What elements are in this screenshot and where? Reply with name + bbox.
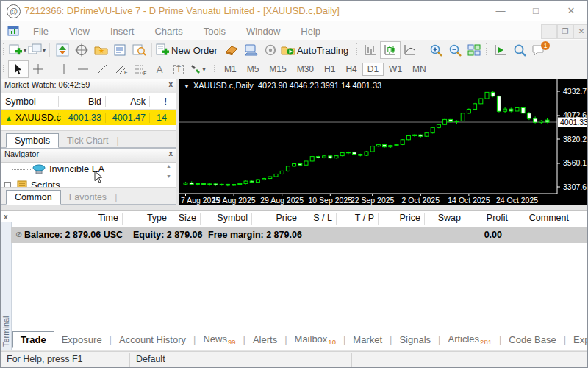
data-window-button[interactable]: [72, 42, 91, 58]
market-watch-toggle-button[interactable]: [53, 42, 72, 58]
close-button[interactable]: ✕: [559, 2, 583, 20]
toolbar-grip[interactable]: [2, 43, 6, 57]
terminal-column-size[interactable]: Size: [174, 213, 201, 225]
toolbar-grip[interactable]: [2, 63, 6, 76]
zoom-in-icon[interactable]: [426, 42, 445, 58]
maximize-button[interactable]: □: [524, 2, 548, 20]
market-watch-tab-symbols[interactable]: Symbols: [6, 133, 59, 148]
toolbar-grip[interactable]: [213, 63, 217, 76]
menu-item-charts[interactable]: Charts: [144, 26, 193, 37]
terminal-column-symbol[interactable]: Symbol: [204, 213, 252, 225]
text-label-tool-icon[interactable]: T: [169, 61, 188, 77]
toolbar-grip[interactable]: [485, 43, 489, 57]
timeframe-button-m1[interactable]: M1: [219, 63, 242, 76]
menu-item-view[interactable]: View: [59, 26, 100, 37]
terminal-tab-articles[interactable]: Articles281: [440, 331, 498, 349]
scroll-down-icon[interactable]: ▼: [166, 174, 171, 180]
terminal-tab-experts[interactable]: Experts: [566, 332, 588, 347]
horizontal-line-tool-icon[interactable]: [74, 61, 93, 77]
terminal-tab-signals[interactable]: Signals: [392, 332, 438, 347]
terminal-column-sl[interactable]: S / L: [304, 213, 337, 225]
search-icon[interactable]: [510, 42, 529, 58]
timeframe-button-m5[interactable]: M5: [242, 63, 265, 76]
fibonacci-tool-icon[interactable]: F: [131, 61, 150, 77]
navigator-close-icon[interactable]: x: [168, 149, 173, 158]
market-watch-column-![interactable]: !: [150, 96, 171, 107]
navigator-title-bar[interactable]: Navigator x: [1, 149, 176, 163]
timeframe-button-d1[interactable]: D1: [362, 63, 384, 76]
arrows-tool-icon[interactable]: ▾: [188, 61, 207, 77]
equidistant-channel-tool-icon[interactable]: E: [112, 61, 131, 77]
terminal-column-swap[interactable]: Swap: [428, 213, 465, 225]
trade-history-icon[interactable]: [223, 42, 242, 58]
scroll-up-icon[interactable]: ▲: [166, 163, 171, 169]
timeframe-button-w1[interactable]: W1: [384, 63, 407, 76]
terminal-column-type[interactable]: Type: [126, 213, 171, 225]
timeframe-button-mn[interactable]: MN: [407, 63, 431, 76]
terminal-tab-code-base[interactable]: Code Base: [501, 332, 563, 347]
timeframe-button-h1[interactable]: H1: [319, 63, 340, 76]
terminal-close-icon[interactable]: x: [4, 213, 8, 221]
candlestick-chart-type-icon[interactable]: [380, 41, 401, 59]
mdi-restore-button[interactable]: ❐: [557, 24, 573, 39]
line-chart-type-icon[interactable]: [401, 42, 420, 58]
navigator-toggle-button[interactable]: ★: [91, 42, 110, 58]
terminal-tab-mailbox[interactable]: Mailbox10: [287, 331, 343, 349]
status-profile-text[interactable]: Default: [136, 354, 165, 364]
market-watch-column-ask[interactable]: Ask: [106, 96, 150, 107]
auto-scroll-icon[interactable]: [491, 42, 510, 58]
terminal-tab-alerts[interactable]: Alerts: [245, 332, 284, 347]
price-chart[interactable]: 4332.754072.653820.203560.103307.654001.…: [179, 79, 588, 205]
notifications-chat-icon[interactable]: 1: [529, 42, 548, 58]
market-watch-row[interactable]: ▲XAUUSD.c 4001.33 4001.47 14: [1, 110, 176, 125]
vertical-line-tool-icon[interactable]: [54, 61, 74, 77]
terminal-column-profit[interactable]: Profit: [468, 213, 512, 225]
profiles-button[interactable]: ▾: [27, 42, 46, 58]
terminal-column-price[interactable]: Price: [381, 213, 425, 225]
menu-item-help[interactable]: Help: [290, 26, 331, 37]
balance-row[interactable]: ⊘ Balance: 2 879.06 USC Equity: 2 879.06…: [11, 227, 588, 243]
news-audio-icon[interactable]: [261, 42, 280, 58]
timeframe-button-m15[interactable]: M15: [264, 63, 291, 76]
new-order-button[interactable]: New Order: [155, 42, 223, 58]
timeframe-button-h4[interactable]: H4: [340, 63, 362, 76]
menu-item-file[interactable]: File: [23, 26, 59, 37]
zoom-out-icon[interactable]: [445, 42, 465, 58]
market-watch-column-bid[interactable]: Bid: [59, 96, 106, 107]
mdi-close-button[interactable]: ✕: [573, 24, 588, 39]
chart-window-icon[interactable]: [4, 23, 23, 39]
chart-collapse-icon[interactable]: ▼: [184, 83, 190, 90]
depth-of-market-icon[interactable]: [242, 42, 261, 58]
terminal-tab-market[interactable]: Market: [345, 332, 390, 347]
terminal-column-comment[interactable]: Comment: [515, 213, 573, 225]
terminal-tab-account-history[interactable]: Account History: [112, 332, 193, 347]
terminal-tab-trade[interactable]: Trade: [12, 331, 54, 348]
market-watch-tab-tick-chart[interactable]: Tick Chart: [59, 134, 117, 147]
mdi-minimize-button[interactable]: —: [541, 24, 557, 39]
minimize-button[interactable]: —: [489, 2, 512, 20]
autotrading-button[interactable]: AutoTrading: [280, 42, 354, 58]
bar-chart-type-icon[interactable]: [361, 42, 380, 58]
terminal-tab-exposure[interactable]: Exposure: [54, 332, 110, 347]
trendline-tool-icon[interactable]: [93, 61, 112, 77]
market-watch-close-icon[interactable]: x: [168, 80, 173, 88]
navigator-tab-favorites[interactable]: Favorites: [61, 191, 115, 204]
timeframe-button-m30[interactable]: M30: [292, 63, 319, 76]
menu-item-insert[interactable]: Insert: [100, 26, 145, 37]
terminal-column-price[interactable]: Price: [255, 213, 301, 225]
terminal-column-time[interactable]: Time: [18, 213, 123, 225]
terminal-toggle-button[interactable]: [110, 42, 129, 58]
new-chart-button[interactable]: ▾: [8, 42, 27, 58]
market-watch-column-symbol[interactable]: Symbol: [1, 96, 59, 107]
menu-item-window[interactable]: Window: [236, 26, 290, 37]
tile-windows-icon[interactable]: [465, 42, 484, 58]
terminal-column-tp[interactable]: T / P: [340, 213, 379, 225]
chart-panel[interactable]: 4332.754072.653820.203560.103307.654001.…: [179, 79, 588, 205]
strategy-tester-button[interactable]: [129, 42, 148, 58]
navigator-tab-common[interactable]: Common: [6, 190, 61, 205]
menu-item-tools[interactable]: Tools: [193, 26, 236, 37]
toolbar-grip[interactable]: [355, 43, 359, 57]
text-tool-icon[interactable]: A: [150, 61, 169, 77]
crosshair-tool-icon[interactable]: [29, 61, 48, 77]
market-watch-title-bar[interactable]: Market Watch: 06:42:59 x: [1, 79, 176, 93]
